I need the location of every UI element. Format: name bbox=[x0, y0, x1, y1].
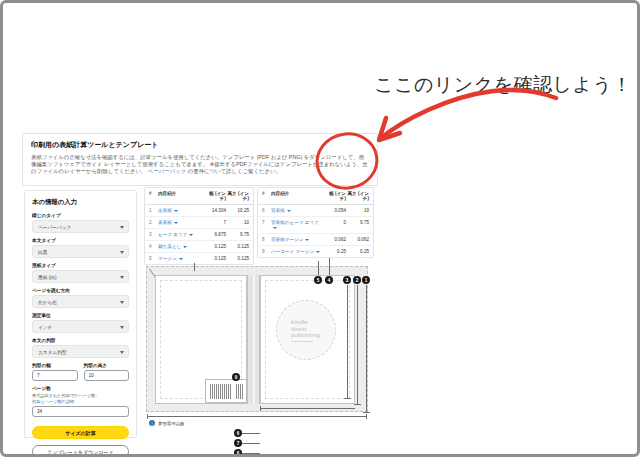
dimension-tick bbox=[354, 404, 361, 405]
page-count-label: ページ数 bbox=[32, 385, 129, 391]
calculate-size-button[interactable]: サイズの計算 bbox=[32, 426, 129, 439]
diagram-legend: 参照専用点線 bbox=[149, 420, 184, 426]
table-row: 6 背表紙 0.054 10 bbox=[258, 205, 373, 217]
page-count-input[interactable] bbox=[32, 406, 129, 417]
row-width: 0.25 bbox=[323, 249, 346, 254]
binding-type-label: 綴じのタイプ bbox=[32, 212, 129, 218]
reading-direction-value: 左から右 bbox=[38, 299, 57, 305]
row-height: 0.062 bbox=[346, 237, 369, 242]
dimension-tick bbox=[344, 398, 351, 399]
col-name: 内容紹介 bbox=[158, 191, 203, 196]
row-num: 8 bbox=[262, 237, 271, 242]
row-height: 10.25 bbox=[226, 208, 249, 213]
paperback-requirements-link[interactable]: ペーパーバック bbox=[148, 168, 186, 174]
logo-line: publishing bbox=[291, 332, 320, 339]
binding-type-select[interactable]: ペーパーバック bbox=[32, 220, 129, 233]
marker-5: 5 bbox=[314, 276, 322, 284]
dimension-line bbox=[357, 285, 358, 404]
dimension-line bbox=[242, 453, 260, 454]
row-num: 4 bbox=[149, 244, 158, 249]
dimension-line bbox=[318, 261, 319, 275]
page-count-details-link[interactable]: 判型とページ数の詳細 bbox=[32, 399, 129, 404]
logo-tagline-bar bbox=[291, 341, 313, 342]
page-count-helper: 書式設定された判型でのページ数。 bbox=[32, 393, 129, 398]
row-width: 7 bbox=[203, 220, 226, 225]
dimension-line bbox=[347, 285, 348, 398]
dimension-tick bbox=[260, 406, 261, 411]
cover-template-diagram: kindle direct publishing 6 7 8 5 4 bbox=[146, 266, 368, 412]
row-name-link[interactable]: バーコード マージン bbox=[271, 249, 323, 254]
row-name-link[interactable]: マージン bbox=[158, 256, 203, 261]
row-name-link[interactable]: 全表紙 bbox=[158, 208, 203, 213]
row-height: 10 bbox=[226, 220, 249, 225]
col-width: 幅 (インチ) bbox=[323, 191, 346, 201]
download-template-button[interactable]: テンプレートをダウンロード bbox=[32, 445, 129, 457]
row-width: 6.875 bbox=[203, 232, 226, 237]
table-row: 5 マージン 0.125 0.125 bbox=[145, 253, 253, 264]
tick-mark bbox=[194, 263, 195, 271]
kdp-logo-watermark: kindle direct publishing bbox=[276, 300, 336, 360]
row-height: 0.25 bbox=[346, 249, 369, 254]
col-num: # bbox=[149, 191, 158, 196]
table-row: 9 バーコード マージン 0.25 0.25 bbox=[258, 246, 373, 257]
row-name-link[interactable]: 背表紙 bbox=[271, 208, 323, 213]
row-width: 0.054 bbox=[323, 208, 346, 213]
trim-size-select[interactable]: カスタム判型 bbox=[32, 345, 129, 358]
measurements-table-right: # 内容紹介 幅 (インチ) 高さ (インチ) 6 背表紙 0.054 10 7… bbox=[257, 187, 374, 258]
row-height: 9.75 bbox=[346, 220, 369, 225]
unit-value: インチ bbox=[38, 324, 52, 330]
row-name-link[interactable]: 背表紙マージン bbox=[271, 237, 323, 242]
marker-3: 3 bbox=[343, 276, 351, 284]
table-header-row: # 内容紹介 幅 (インチ) 高さ (インチ) bbox=[258, 188, 373, 205]
trim-height-input[interactable] bbox=[84, 370, 130, 381]
marker-1: 1 bbox=[362, 276, 370, 284]
trim-width-label: 判型の幅 bbox=[32, 362, 78, 368]
interior-type-select[interactable]: 白黒 bbox=[32, 245, 129, 258]
dimension-line bbox=[242, 443, 260, 444]
paper-type-value: 用紙 (白) bbox=[38, 274, 57, 280]
trim-size-value: カスタム判型 bbox=[38, 349, 67, 355]
row-num: 7 bbox=[262, 220, 271, 225]
page-title: 印刷用の表紙計算ツールとテンプレート bbox=[31, 140, 369, 150]
row-num: 1 bbox=[149, 208, 158, 213]
table-row: 2 表表紙 7 10 bbox=[145, 217, 253, 229]
col-name: 内容紹介 bbox=[271, 191, 323, 196]
table-row: 7 背表紙のセーフ エリア 0 9.75 bbox=[258, 217, 373, 234]
annotated-screenshot-image: ここのリンクを確認しよう！ 印刷用の表紙計算ツールとテンプレート 表紙ファイルの… bbox=[0, 0, 640, 457]
reading-direction-select[interactable]: 左から右 bbox=[32, 295, 129, 308]
row-height: 0.125 bbox=[226, 256, 249, 261]
unit-label: 測定単位 bbox=[32, 312, 129, 318]
col-num: # bbox=[262, 191, 271, 196]
row-name-link[interactable]: 裁ち落とし bbox=[158, 244, 203, 249]
spine-area bbox=[247, 275, 260, 404]
row-width: 14.304 bbox=[203, 208, 226, 213]
table-row: 8 背表紙マージン 0.062 0.062 bbox=[258, 234, 373, 246]
intro-text-after: の要件について詳しくご覧ください。 bbox=[188, 168, 281, 174]
row-num: 3 bbox=[149, 232, 158, 237]
info-icon bbox=[149, 420, 155, 426]
row-height: 10 bbox=[346, 208, 369, 213]
intro-paragraph: 表紙ファイルの正確な寸法を確認するには、計算ツールを使用してください。テンプレー… bbox=[31, 154, 369, 175]
col-width: 幅 (インチ) bbox=[203, 191, 226, 201]
unit-select[interactable]: インチ bbox=[32, 320, 129, 333]
row-num: 6 bbox=[262, 208, 271, 213]
row-name-link[interactable]: セーフ エリア bbox=[158, 232, 203, 237]
dimension-tick bbox=[147, 414, 148, 419]
dimension-line bbox=[242, 433, 260, 434]
row-num: 2 bbox=[149, 220, 158, 225]
reading-direction-label: ページを読む方向 bbox=[32, 287, 129, 293]
row-name-link[interactable]: 表表紙 bbox=[158, 220, 203, 225]
row-height: 0.125 bbox=[226, 244, 249, 249]
dimension-tick bbox=[363, 412, 370, 413]
row-num: 9 bbox=[262, 249, 271, 254]
paper-type-label: 用紙タイプ bbox=[32, 262, 129, 268]
row-width: 0.125 bbox=[203, 256, 226, 261]
kdp-cover-calculator-screenshot: 印刷用の表紙計算ツールとテンプレート 表紙ファイルの正確な寸法を確認するには、計… bbox=[18, 128, 385, 444]
trim-size-label: 本文の判型 bbox=[32, 337, 129, 343]
trim-width-input[interactable] bbox=[32, 370, 78, 381]
legend-text: 参照専用点線 bbox=[158, 421, 184, 426]
row-name-link[interactable]: 背表紙のセーフ エリア bbox=[271, 220, 323, 230]
col-height: 高さ (インチ) bbox=[346, 191, 369, 201]
paper-type-select[interactable]: 用紙 (白) bbox=[32, 270, 129, 283]
trim-height-label: 判型の高さ bbox=[84, 362, 130, 368]
